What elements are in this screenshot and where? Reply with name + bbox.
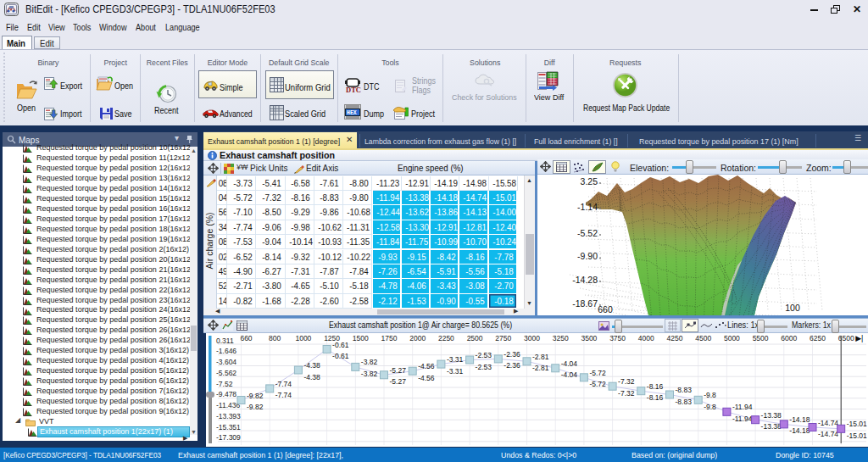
svg-text:2750: 2750: [495, 334, 511, 342]
svg-text:-2.36: -2.36: [504, 361, 520, 370]
svg-text:3.25: 3.25: [581, 176, 598, 186]
svg-text:5500: 5500: [753, 334, 769, 342]
svg-text:-2.53: -2.53: [476, 363, 492, 371]
svg-text:-0.61: -0.61: [332, 341, 349, 349]
svg-text:1500: 1500: [353, 334, 369, 342]
svg-text:-5.27: -5.27: [390, 366, 407, 375]
svg-text:3500: 3500: [581, 334, 597, 342]
svg-text:-3.604: -3.604: [216, 358, 236, 366]
svg-text:-13.393: -13.393: [216, 412, 241, 420]
svg-text:-5.72: -5.72: [589, 369, 606, 377]
svg-text:-11.436: -11.436: [216, 401, 240, 409]
svg-text:-15.01: -15.01: [847, 431, 867, 440]
svg-text:-9.478: -9.478: [216, 390, 236, 398]
svg-text:-8.83: -8.83: [676, 398, 693, 406]
svg-text:6500: 6500: [838, 334, 854, 342]
svg-text:3000: 3000: [524, 334, 540, 342]
svg-text:2000: 2000: [409, 334, 426, 342]
svg-text:-4.38: -4.38: [303, 361, 320, 370]
svg-text:-4.04: -4.04: [561, 370, 578, 379]
svg-text:-14.18: -14.18: [789, 415, 810, 424]
svg-text:-7.74: -7.74: [275, 380, 292, 388]
svg-text:-9.90: -9.90: [577, 251, 598, 261]
svg-text:-15.01: -15.01: [847, 420, 867, 428]
svg-text:-7.32: -7.32: [618, 377, 635, 386]
svg-text:2250: 2250: [438, 334, 454, 342]
svg-text:-3.82: -3.82: [361, 358, 378, 366]
svg-text:6250: 6250: [810, 334, 826, 342]
svg-text:-18.67: -18.67: [572, 298, 598, 309]
svg-text:-5.72: -5.72: [589, 380, 606, 388]
svg-text:660: 660: [240, 334, 252, 342]
svg-text:-8.83: -8.83: [676, 386, 693, 394]
svg-text:-4.56: -4.56: [418, 362, 435, 370]
svg-text:-7.32: -7.32: [618, 389, 635, 398]
svg-text:-9.8: -9.8: [704, 403, 716, 411]
svg-text:-2.81: -2.81: [532, 364, 549, 372]
svg-text:-4.56: -4.56: [418, 374, 435, 382]
svg-text:-8.16: -8.16: [647, 382, 664, 391]
svg-text:-13.38: -13.38: [761, 411, 782, 420]
svg-text:1000: 1000: [295, 334, 311, 342]
svg-text:-3.31: -3.31: [447, 355, 464, 364]
svg-text:800: 800: [269, 334, 281, 342]
svg-text:-5.562: -5.562: [216, 369, 236, 377]
svg-text:-11.94: -11.94: [732, 403, 753, 411]
svg-text:5000: 5000: [724, 334, 740, 342]
svg-text:6000: 6000: [781, 334, 797, 342]
svg-text:-14.18: -14.18: [789, 426, 810, 435]
svg-text:-9.82: -9.82: [247, 403, 264, 411]
svg-text:-2.81: -2.81: [532, 353, 549, 361]
svg-text:-7.52: -7.52: [216, 380, 233, 388]
svg-text:-9.8: -9.8: [704, 391, 716, 399]
svg-text:-3.82: -3.82: [361, 370, 378, 378]
svg-text:-4.38: -4.38: [303, 373, 320, 381]
svg-text:-4.04: -4.04: [561, 359, 578, 368]
svg-text:-13.38: -13.38: [761, 422, 782, 431]
svg-text:-5.52: -5.52: [577, 228, 598, 238]
svg-text:-14.74: -14.74: [818, 430, 838, 438]
svg-text:-7.74: -7.74: [275, 391, 292, 399]
svg-text:-8.16: -8.16: [647, 393, 664, 402]
svg-text:-5.27: -5.27: [390, 377, 407, 386]
svg-text:4000: 4000: [638, 334, 654, 342]
svg-text:660: 660: [598, 304, 613, 314]
svg-text:-0.61: -0.61: [332, 352, 349, 360]
svg-text:100: 100: [785, 303, 800, 313]
svg-text:4500: 4500: [695, 334, 711, 342]
svg-text:3750: 3750: [609, 334, 626, 342]
svg-text:-17.309: -17.309: [216, 433, 241, 442]
svg-text:-1.14: -1.14: [577, 202, 598, 212]
svg-text:3250: 3250: [553, 334, 569, 342]
svg-text:-11.94: -11.94: [732, 415, 753, 423]
svg-text:-3.31: -3.31: [447, 367, 464, 376]
svg-text:4250: 4250: [667, 334, 683, 342]
svg-text:DTC: DTC: [346, 86, 361, 93]
svg-text:1750: 1750: [381, 334, 398, 342]
svg-text:HEX: HEX: [347, 110, 357, 116]
svg-text:-15.351: -15.351: [216, 423, 241, 431]
svg-text:-9.82: -9.82: [247, 392, 264, 400]
svg-text:-14.74: -14.74: [818, 419, 838, 427]
svg-text:▶|: ▶|: [855, 334, 863, 342]
svg-text:-2.53: -2.53: [476, 351, 492, 359]
svg-text:-14.28: -14.28: [572, 275, 598, 285]
svg-text:-2.36: -2.36: [504, 350, 520, 359]
svg-text:2500: 2500: [467, 334, 483, 342]
svg-text:0.311: 0.311: [216, 337, 234, 345]
svg-text:-1.646: -1.646: [216, 347, 236, 355]
